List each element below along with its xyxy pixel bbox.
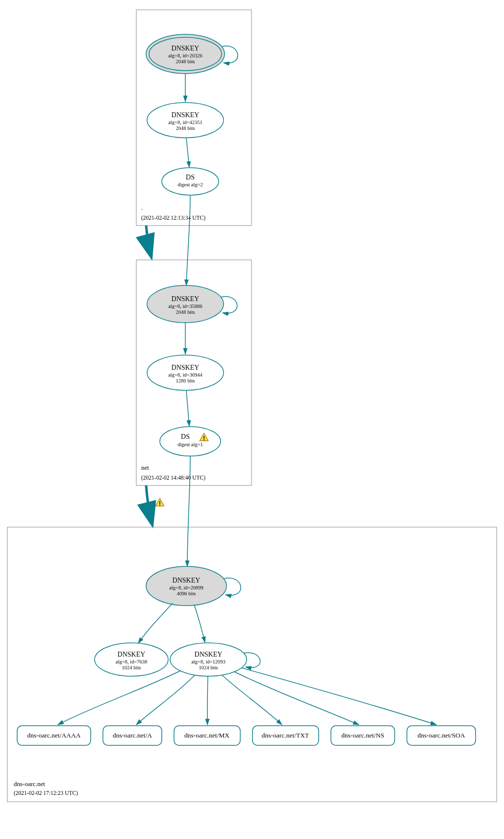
svg-text:DNSKEY: DNSKEY (172, 295, 200, 303)
svg-rect-26 (7, 527, 497, 802)
zone-net-name: net (141, 464, 149, 471)
edge-zskb-aaaa (58, 671, 180, 725)
rrset-aaaa: dns-oarc.net/AAAA (17, 726, 91, 745)
zone-oarc-timestamp: (2021-02-02 17:12:23 UTC) (14, 790, 78, 796)
node-net-ds: DS digest alg=1 (160, 427, 221, 456)
svg-text:alg=8, id=30944: alg=8, id=30944 (168, 372, 202, 378)
svg-text:DNSKEY: DNSKEY (173, 577, 201, 584)
edge-net-ds-to-oarc-ksk (187, 456, 190, 566)
svg-text:DNSKEY: DNSKEY (172, 111, 200, 119)
svg-text:2048 bits: 2048 bits (176, 59, 195, 64)
svg-text:alg=8, id=7638: alg=8, id=7638 (116, 659, 147, 664)
svg-text:alg=8, id=20899: alg=8, id=20899 (169, 585, 203, 590)
zone-oarc: dns-oarc.net (2021-02-02 17:12:23 UTC) D… (7, 456, 497, 802)
svg-point-23 (160, 427, 221, 456)
edge-root-ds-to-net-ksk (186, 195, 190, 285)
edge-zone-net-to-oarc (146, 485, 152, 524)
rrset-a: dns-oarc.net/A (103, 726, 162, 745)
warning-icon (155, 498, 164, 507)
svg-text:alg=8, id=12093: alg=8, id=12093 (191, 659, 226, 664)
svg-text:2048 bits: 2048 bits (176, 309, 195, 315)
node-root-ds: DS digest alg=2 (162, 168, 219, 195)
node-oarc-ksk: DNSKEY alg=8, id=20899 4096 bits (146, 566, 227, 606)
svg-point-11 (162, 168, 219, 195)
node-oarc-zsk-a: DNSKEY alg=8, id=7638 1024 bits (95, 643, 168, 676)
svg-text:1024 bits: 1024 bits (199, 665, 218, 670)
svg-text:1024 bits: 1024 bits (122, 665, 141, 670)
svg-text:DNSKEY: DNSKEY (118, 651, 146, 658)
svg-text:DNSKEY: DNSKEY (172, 45, 200, 52)
zone-root-timestamp: (2021-02-02 12:13:34 UTC) (141, 215, 205, 221)
svg-text:2048 bits: 2048 bits (176, 126, 195, 131)
edge-zskb-mx (207, 676, 208, 725)
rrset-txt: dns-oarc.net/TXT (252, 726, 319, 745)
edge-zskb-a (136, 675, 195, 725)
svg-text:dns-oarc.net/AAAA: dns-oarc.net/AAAA (27, 732, 80, 739)
zone-root: . (2021-02-02 12:13:34 UTC) DNSKEY alg=8… (136, 10, 252, 226)
edge-net-zsk-ds (186, 390, 189, 426)
svg-text:alg=8, id=42351: alg=8, id=42351 (168, 120, 202, 125)
zone-net: net (2021-02-02 14:48:40 UTC) DNSKEY alg… (136, 195, 252, 485)
zone-oarc-name: dns-oarc.net (14, 780, 45, 788)
zone-net-timestamp: (2021-02-02 14:48:40 UTC) (141, 475, 205, 481)
svg-text:DS: DS (186, 174, 195, 181)
rrset-mx: dns-oarc.net/MX (174, 726, 240, 745)
dnssec-graph: ! . (2021-02-02 12:13:34 UTC) DNSKEY alg… (0, 0, 504, 839)
svg-text:dns-oarc.net/TXT: dns-oarc.net/TXT (262, 732, 309, 739)
svg-text:1280 bits: 1280 bits (176, 378, 195, 383)
rrset-soa: dns-oarc.net/SOA (407, 726, 476, 745)
edge-zone-root-to-net (146, 226, 151, 256)
svg-text:DNSKEY: DNSKEY (172, 364, 200, 371)
svg-text:DNSKEY: DNSKEY (195, 651, 223, 658)
svg-text:alg=8, id=35886: alg=8, id=35886 (168, 304, 202, 309)
svg-text:alg=8, id=20326: alg=8, id=20326 (168, 53, 202, 58)
svg-text:dns-oarc.net/NS: dns-oarc.net/NS (341, 732, 384, 739)
edge-oarc-ksk-zsk-a (138, 603, 173, 643)
edge-zskb-ns (234, 672, 359, 725)
rrset-ns: dns-oarc.net/NS (331, 726, 395, 745)
node-oarc-zsk-b: DNSKEY alg=8, id=12093 1024 bits (170, 643, 247, 676)
svg-text:DS: DS (181, 433, 190, 440)
node-root-ksk: DNSKEY alg=8, id=20326 2048 bits (146, 34, 225, 74)
edge-root-zsk-ds (186, 138, 189, 167)
edge-oarc-ksk-zsk-b (194, 605, 205, 642)
node-net-zsk: DNSKEY alg=8, id=30944 1280 bits (147, 355, 224, 390)
svg-text:digest alg=2: digest alg=2 (177, 182, 203, 187)
svg-text:dns-oarc.net/SOA: dns-oarc.net/SOA (417, 732, 465, 739)
node-net-ksk: DNSKEY alg=8, id=35886 2048 bits (147, 285, 224, 323)
svg-text:digest alg=1: digest alg=1 (177, 442, 203, 447)
node-root-zsk: DNSKEY alg=8, id=42351 2048 bits (147, 102, 224, 138)
svg-text:4096 bits: 4096 bits (177, 591, 196, 596)
svg-text:dns-oarc.net/MX: dns-oarc.net/MX (184, 732, 229, 739)
edge-zskb-txt (222, 675, 282, 725)
svg-text:dns-oarc.net/A: dns-oarc.net/A (113, 732, 152, 739)
zone-root-name: . (141, 204, 143, 211)
